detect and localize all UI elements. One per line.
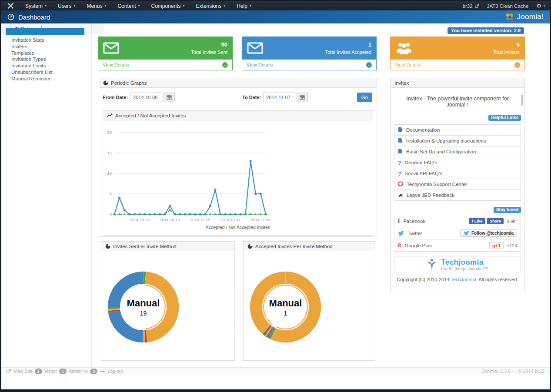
link-basic-set-up-and-configuration[interactable]: Basic Set Up and Configuration	[394, 146, 521, 157]
sidebar-item-invitation-types[interactable]: Invitation Types	[11, 56, 87, 63]
visitor-label: Visitor	[44, 369, 57, 374]
svg-text:0: 0	[110, 212, 112, 216]
sidebar-active-item[interactable]	[6, 28, 84, 35]
link-installation-upgrading-instructions[interactable]: Installation & Upgrading instructions	[394, 135, 521, 146]
sidebar-item-invitation-limits[interactable]: Invitation Limits	[11, 63, 87, 69]
top-navbar: System▾Users▾Menus▾Content▾Components▾Ex…	[1, 1, 550, 10]
panel-title: Invitex	[394, 80, 409, 86]
menu-menus[interactable]: Menus▾	[81, 2, 111, 10]
from-date-input[interactable]	[130, 93, 164, 102]
menu-system[interactable]: System▾	[20, 2, 52, 10]
link-general-faq-s[interactable]: ?General FAQ's	[394, 157, 521, 168]
link-techjoomla-support-center[interactable]: Techjoomla Support Center	[394, 179, 521, 190]
google-plus-count: +129	[507, 243, 517, 248]
date-controls: From Date: To Date: Go	[103, 92, 373, 103]
panel-header: Accepted Invites Per Invite Method	[244, 242, 375, 251]
helpful-links-list: DocumentationInstallation & Upgrading in…	[394, 124, 521, 201]
line-chart-box: Accepted / Not Accepted Invites 05101520…	[103, 110, 373, 236]
pie-chart-icon	[105, 244, 110, 249]
view-details-link[interactable]: View Details →	[242, 60, 377, 70]
view-site-link[interactable]: View Site	[13, 369, 33, 374]
svg-text:Accepted / Not Accepted Invite: Accepted / Not Accepted Invites	[206, 225, 270, 230]
pie-chart-icon	[103, 80, 108, 86]
go-button[interactable]: Go	[357, 93, 372, 102]
svg-text:2014-10-25: 2014-10-25	[190, 218, 210, 222]
question-icon: ?	[398, 159, 401, 166]
social-list: f Facebook fLike Share 2.6k Twitter Foll	[394, 215, 521, 252]
techjoomla-logo-box[interactable]: Techjoomla For All things Joomla !™	[394, 256, 521, 273]
to-date-input[interactable]	[263, 93, 297, 102]
page-title-wrap: Dashboard	[7, 13, 50, 21]
menu-components[interactable]: Components▾	[146, 2, 190, 10]
panel-title: Invites Sent er Invite Method	[113, 244, 177, 249]
techjoomla-logo-icon	[427, 259, 437, 271]
card-label: Total Inviters	[493, 49, 520, 56]
question-icon: ?	[398, 169, 401, 177]
techjoomla-tagline: For All things Joomla !™	[441, 266, 488, 271]
calendar-icon	[300, 95, 305, 100]
cache-link[interactable]: JAT3 Clean Cache	[487, 3, 529, 9]
logout-link[interactable]: Log out	[107, 369, 123, 374]
menu-extensions[interactable]: Extensions▾	[191, 2, 231, 10]
link-documentation[interactable]: Documentation	[394, 124, 521, 136]
carousel-scrollbar[interactable]	[521, 95, 523, 106]
svg-text:2014-10-31: 2014-10-31	[220, 218, 240, 222]
invitex-intro: Invitex - The powerful invite component …	[391, 88, 524, 113]
techjoomla-link[interactable]: TechJoomla	[451, 277, 476, 282]
sidebar-item-inviters[interactable]: Inviters	[11, 43, 87, 50]
messages-count-badge: 0	[90, 369, 97, 374]
menu-content[interactable]: Content▾	[112, 2, 145, 10]
line-chart-icon	[107, 113, 113, 118]
sidebar-item-invitation-stats[interactable]: Invitation Stats	[11, 37, 87, 43]
facebook-icon: f	[398, 218, 400, 225]
sidebar-item-templates[interactable]: Templates	[11, 50, 87, 56]
from-date-label: From Date:	[103, 95, 128, 100]
menu-users[interactable]: Users▾	[53, 2, 80, 10]
card-value: 90	[191, 40, 227, 49]
caret-down-icon: ▾	[104, 4, 106, 8]
google-plusone-button[interactable]: g+1	[489, 242, 504, 249]
to-date-calendar-button[interactable]	[297, 93, 308, 102]
status-bar: View Site 1 Visitor 1 Admin ✉ 0 Log out …	[1, 367, 550, 375]
arrow-circle-icon: →	[222, 62, 228, 68]
sidebar-item-manual-reminder[interactable]: Manual Reminder	[11, 76, 87, 82]
megaphone-icon	[398, 191, 403, 199]
card-body: 1 Total Invites Accpeted	[242, 37, 377, 60]
stay-tuned-badge: Stay tuned	[494, 207, 521, 213]
invites-sent-donut-panel: Invites Sent er Invite Method Manual 19	[101, 241, 235, 361]
svg-text:2014-10-13: 2014-10-13	[130, 218, 150, 222]
donut-chart: Manual 19	[107, 271, 179, 343]
view-details-link[interactable]: View Details →	[98, 60, 233, 70]
admin-count-badge: 1	[59, 369, 67, 374]
link-social-api-faq-s[interactable]: ?Social API FAQ's	[394, 168, 521, 179]
dashboard-gauge-icon	[7, 13, 14, 20]
panel-title: Accepted Invites Per Invite Method	[255, 244, 333, 249]
from-date-calendar-button[interactable]	[164, 93, 175, 102]
invitex-panel: Invitex Invitex - The powerful invite co…	[390, 78, 525, 292]
twitter-follow-button[interactable]: Follow @techjoomla	[460, 229, 517, 237]
caret-down-icon: ▾	[45, 4, 47, 8]
link-leave-jed-feedback[interactable]: Leave JED Feedback	[394, 189, 521, 201]
facebook-like-button[interactable]: fLike	[469, 218, 485, 224]
google-plus-icon: 8	[398, 242, 401, 249]
user-menu[interactable]: br32	[463, 3, 479, 9]
sidebar-divider	[91, 23, 92, 367]
users-icon	[395, 42, 413, 55]
facebook-share-button[interactable]: Share	[487, 218, 504, 224]
helpful-links-badge: Helpful Links	[488, 115, 521, 121]
logout-icon	[100, 371, 104, 372]
facebook-like-count: 2.6k	[505, 218, 517, 224]
messages-envelope-icon[interactable]: ✉	[84, 369, 88, 374]
pie-chart-icon	[247, 244, 253, 249]
file-icon	[398, 126, 403, 134]
view-details-link[interactable]: View Details →	[390, 60, 525, 70]
caret-down-icon: ▾	[183, 4, 185, 8]
brand-text: Joomla!	[517, 13, 544, 21]
settings-menu[interactable]: ⚙ ▾	[536, 3, 545, 9]
panel-title: Periodic Graphs	[111, 80, 147, 86]
sidebar-item-unsubscribers-list[interactable]: Unsubscribers List	[11, 69, 87, 76]
joomla-version-text: Joomla! 3.3.6 — © 2014 br32	[482, 369, 544, 374]
menu-help[interactable]: Help▾	[231, 2, 257, 10]
card-body: 5 Total Inviters	[390, 37, 525, 60]
helpful-links-row: Helpful Links	[391, 113, 524, 121]
